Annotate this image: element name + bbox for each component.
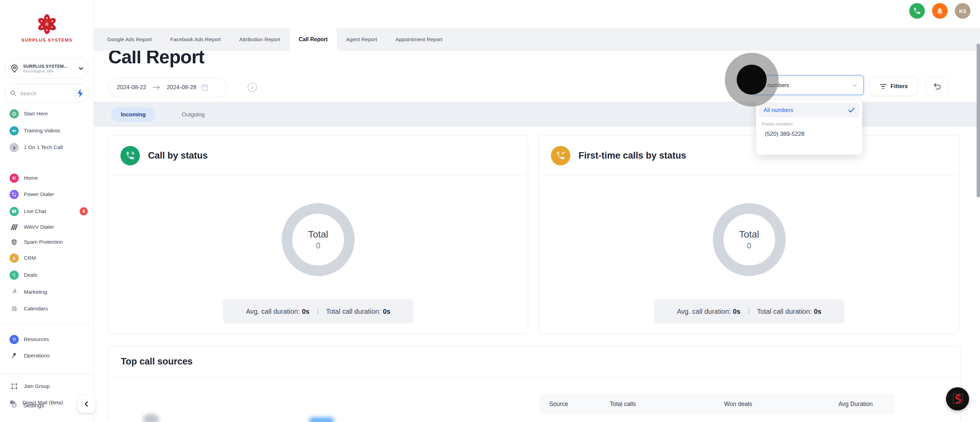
first-time-calls-card: First-time calls by status Total 0 Avg. … (539, 135, 959, 334)
tab-call-report[interactable]: Call Report (290, 28, 337, 51)
tab-facebook-ads-report[interactable]: Facebook Ads Report (161, 28, 230, 51)
sidebar-item-label: Operations (24, 353, 50, 359)
brand-name: SURPLUS SYSTEMS (0, 37, 94, 43)
tab-appointment-report[interactable]: Appointment Report (386, 28, 452, 51)
sources-table-header: Source Total calls Won deals Avg Duratio… (539, 394, 894, 414)
scrollbar-thumb[interactable] (977, 43, 980, 197)
call-status-donut-chart: Total 0 (282, 203, 355, 276)
separator: | (317, 308, 318, 315)
info-icon[interactable]: i (248, 83, 257, 92)
quick-actions-bolt-icon[interactable] (74, 89, 84, 98)
sidebar-item-label: WAVV Dialer (24, 224, 54, 230)
card-title: First-time calls by status (579, 150, 686, 161)
clipped-chart-shape (309, 417, 334, 422)
bell-icon (936, 7, 944, 15)
sidebar-item-power-dialer[interactable]: Power Dialer (0, 188, 94, 201)
sidebar-item-calendars[interactable]: Calendars (0, 302, 94, 315)
wavv-dialer-icon (10, 223, 19, 232)
filters-button[interactable]: Filters (870, 76, 918, 96)
sidebar-item-start-here[interactable]: Start Here (0, 107, 94, 121)
notifications-button[interactable] (932, 3, 948, 19)
call-by-status-card: Call by status Total 0 Avg. call duratio… (108, 135, 528, 334)
sidebar-item-label: Marketing (24, 289, 47, 295)
numbers-select-value: All numbers (759, 82, 852, 89)
avg-duration-value: 0s (302, 307, 309, 315)
sidebar-item-spam-protection[interactable]: Spam Protection (0, 235, 94, 249)
card-header: First-time calls by status (539, 135, 959, 176)
live-chat-icon (10, 207, 19, 216)
sidebar-item-label: Calendars (24, 306, 48, 312)
tab-agent-report[interactable]: Agent Report (337, 28, 386, 51)
undo-icon (933, 82, 942, 91)
location-picker[interactable]: SURPLUS SYSTEM... Bloomington, MN (5, 59, 89, 78)
avg-duration-value: 0s (733, 307, 740, 315)
tab-attribution-report[interactable]: Attribution Report (230, 28, 290, 51)
calls-button[interactable] (909, 3, 925, 19)
avatar[interactable]: KS (955, 3, 970, 19)
sidebar-item-wavv-dialer[interactable]: WAVV Dialer (0, 220, 94, 234)
sidebar-item-resources[interactable]: Resources (0, 333, 94, 346)
training-videos-icon (10, 126, 19, 135)
crm-icon (10, 253, 19, 263)
floating-widget-button[interactable] (946, 387, 969, 411)
live-chat-badge: 8 (80, 207, 88, 215)
sidebar-item-marketing[interactable]: Marketing (0, 285, 94, 299)
sidebar-item-label: Home (24, 175, 38, 181)
sidebar-item-label: Spam Protection (24, 239, 63, 245)
date-from-value[interactable]: 2024-08-22 (117, 84, 146, 91)
power-dialer-icon (10, 190, 19, 199)
sidebar-item-label: CRM (24, 255, 36, 261)
sidebar-item-live-chat[interactable]: Live Chat 8 (0, 205, 94, 218)
phone-icon (913, 7, 921, 15)
sidebar-divider (0, 374, 94, 374)
sidebar-item-label: 1 On 1 Tech Call (24, 144, 63, 150)
surplus-systems-logo-icon (37, 14, 57, 35)
operations-icon (10, 351, 19, 360)
sidebar-item-join-group[interactable]: Join Group (0, 379, 94, 393)
sidebar-item-label: Join Group (24, 383, 50, 389)
join-group-icon (10, 382, 19, 391)
dropdown-option-all-numbers[interactable]: All numbers (759, 102, 859, 118)
sidebar-item-label: Training Videos (24, 127, 60, 134)
section-title: Top call sources (121, 356, 192, 367)
location-pin-icon (10, 64, 19, 73)
numbers-select[interactable]: All numbers (752, 76, 864, 95)
sidebar-item-crm[interactable]: CRM (0, 251, 94, 265)
sidebar-item-operations[interactable]: Operations (0, 349, 94, 362)
column-total-calls: Total calls (610, 401, 724, 408)
sidebar: SURPLUS SYSTEMS SURPLUS SYSTEM... Bloomi… (0, 0, 94, 422)
top-call-sources-card: Top call sources Source Total calls Won … (108, 346, 961, 422)
reset-filters-button[interactable] (926, 76, 948, 96)
sidebar-collapse-button[interactable] (78, 395, 95, 413)
calendars-icon (10, 304, 19, 314)
sidebar-item-deals[interactable]: Deals (0, 268, 94, 282)
dropdown-option-phone-number[interactable]: (520) 389-5228 (756, 127, 862, 142)
tab-incoming[interactable]: Incoming (111, 107, 155, 122)
sidebar-item-label: Start Here (24, 111, 48, 117)
numbers-dropdown-menu: All numbers Phone numbers (520) 389-5228 (756, 100, 862, 155)
search-input[interactable]: Search (5, 84, 89, 103)
sidebar-item-training-videos[interactable]: Training Videos (0, 124, 94, 137)
spam-protection-icon (10, 237, 19, 247)
sidebar-divider (0, 323, 94, 324)
chevron-down-icon (852, 82, 858, 88)
avg-duration-label: Avg. call duration: (246, 307, 300, 315)
one-on-one-tech-call-icon (10, 143, 19, 152)
check-icon (848, 108, 855, 113)
resources-icon (10, 335, 19, 344)
card-header: Call by status (108, 135, 528, 176)
chevron-down-icon (78, 65, 84, 72)
sidebar-item-1on1-tech-call[interactable]: 1 On 1 Tech Call (0, 140, 94, 154)
date-range-picker[interactable]: 2024-08-22 2024-08-28 (108, 78, 227, 97)
tab-outgoing[interactable]: Outgoing (182, 111, 205, 118)
tab-google-ads-report[interactable]: Google Ads Report (98, 28, 161, 51)
first-time-calls-phone-icon (551, 146, 570, 166)
divider (108, 377, 960, 378)
deals-icon (10, 271, 19, 280)
sidebar-item-label: Power Dialer (24, 191, 54, 197)
sidebar-item-label: Live Chat (24, 208, 46, 214)
sidebar-item-home[interactable]: Home (0, 171, 94, 185)
filter-icon (880, 84, 887, 89)
main-content: Call Report 2024-08-22 2024-08-28 i All … (94, 51, 980, 422)
date-to-value[interactable]: 2024-08-28 (167, 84, 196, 91)
